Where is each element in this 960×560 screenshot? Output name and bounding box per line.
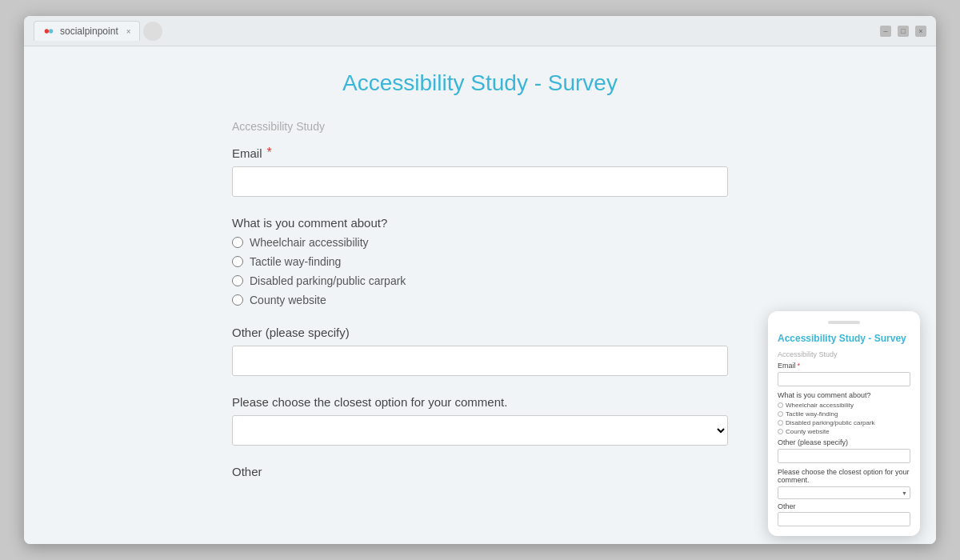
svg-point-1 xyxy=(49,29,53,33)
mobile-required-star: * xyxy=(798,362,801,370)
other-section-label: Other xyxy=(232,465,728,478)
close-button[interactable]: × xyxy=(915,26,926,37)
mobile-other-label: Other (please specify) xyxy=(778,438,910,446)
email-group: Email * xyxy=(232,146,728,197)
radio-wheelchair-input[interactable] xyxy=(232,237,243,248)
comment-radio-group: Wheelchair accessibility Tactile way-fin… xyxy=(232,236,728,306)
other-specify-input[interactable] xyxy=(232,346,728,376)
svg-point-0 xyxy=(45,29,49,33)
mobile-other-section-input xyxy=(778,512,910,526)
email-required-star: * xyxy=(267,146,272,160)
survey-form: Accessibility Study - Survey Accessibili… xyxy=(232,62,728,528)
minimize-button[interactable]: – xyxy=(880,26,891,37)
radio-county-website[interactable]: County website xyxy=(232,294,728,306)
browser-window: socialpinpoint × – □ × Accessibility Stu… xyxy=(24,16,936,544)
comment-question-label: What is you comment about? xyxy=(232,216,728,230)
closest-option-label: Please choose the closest option for you… xyxy=(232,395,728,409)
email-label: Email * xyxy=(232,146,728,160)
mobile-radio-dot-2 xyxy=(778,411,783,417)
radio-wheelchair[interactable]: Wheelchair accessibility xyxy=(232,236,728,249)
closest-option-group: Please choose the closest option for you… xyxy=(232,395,728,446)
browser-tab[interactable]: socialpinpoint × xyxy=(34,21,140,41)
other-specify-label: Other (please specify) xyxy=(232,326,728,339)
mobile-preview-section: Accessibility Study xyxy=(778,350,910,358)
mobile-email-input xyxy=(778,372,910,386)
survey-title: Accessibility Study - Survey xyxy=(232,70,728,96)
mobile-radio-dot-1 xyxy=(778,402,783,408)
mobile-radio-disabled: Disabled parking/public carpark xyxy=(778,419,910,426)
other-section-group: Other xyxy=(232,465,728,478)
mobile-other-section-label: Other xyxy=(778,502,910,510)
tab-area: socialpinpoint × xyxy=(34,21,162,41)
radio-county-website-label: County website xyxy=(250,294,326,306)
radio-disabled-parking-input[interactable] xyxy=(232,275,243,286)
mobile-closest-label: Please choose the closest option for you… xyxy=(778,468,910,484)
title-bar: socialpinpoint × – □ × xyxy=(24,16,936,46)
radio-tactile-input[interactable] xyxy=(232,256,243,267)
window-controls: – □ × xyxy=(880,26,926,37)
mobile-radio-dot-3 xyxy=(778,420,783,426)
mobile-radio-dot-4 xyxy=(778,429,783,434)
mobile-other-input xyxy=(778,449,910,463)
tab-close-button[interactable]: × xyxy=(126,27,131,36)
maximize-button[interactable]: □ xyxy=(898,26,909,37)
mobile-drag-bar xyxy=(828,321,860,324)
other-specify-group: Other (please specify) xyxy=(232,326,728,376)
mobile-radio-county: County website xyxy=(778,428,910,435)
mobile-preview-card: Accessibility Study - Survey Accessibili… xyxy=(768,311,920,536)
radio-disabled-parking-label: Disabled parking/public carpark xyxy=(250,274,406,287)
mobile-preview-title: Accessibility Study - Survey xyxy=(778,332,910,346)
comment-group: What is you comment about? Wheelchair ac… xyxy=(232,216,728,306)
radio-wheelchair-label: Wheelchair accessibility xyxy=(250,236,369,249)
radio-county-website-input[interactable] xyxy=(232,294,243,306)
mobile-chevron-down-icon: ▼ xyxy=(902,490,907,496)
socialpinpoint-logo xyxy=(42,25,55,38)
mobile-radio-tactile: Tactile way-finding xyxy=(778,410,910,418)
radio-tactile[interactable]: Tactile way-finding xyxy=(232,255,728,268)
new-tab-button[interactable] xyxy=(143,22,162,41)
mobile-radio-wheelchair: Wheelchair accessibility xyxy=(778,402,910,409)
email-input[interactable] xyxy=(232,166,728,197)
radio-disabled-parking[interactable]: Disabled parking/public carpark xyxy=(232,274,728,287)
mobile-comment-question: What is you comment about? xyxy=(778,391,910,399)
mobile-select: ▼ xyxy=(778,486,910,499)
tab-label: socialpinpoint xyxy=(60,26,118,37)
section-label: Accessibility Study xyxy=(232,120,728,133)
closest-option-select[interactable] xyxy=(232,415,728,446)
radio-tactile-label: Tactile way-finding xyxy=(250,255,341,268)
mobile-email-label: Email * xyxy=(778,362,910,370)
